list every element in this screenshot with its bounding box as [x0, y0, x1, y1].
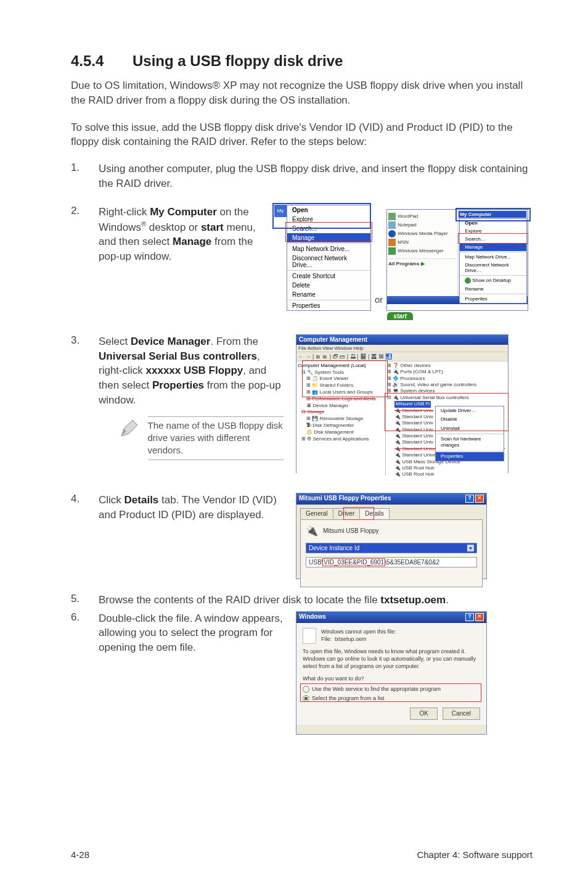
cm-menu[interactable]: File Action View Window Help — [296, 345, 508, 352]
sp-props[interactable]: Properties — [460, 295, 526, 303]
device-name: Mitsumi USB Floppy — [323, 527, 379, 534]
ctx-open[interactable]: Open — [287, 205, 370, 215]
step5-text: Browse the contents of the RAID driver d… — [99, 593, 533, 608]
cm-tree-left[interactable]: Computer Management (Local) ⊟ 🔧 System T… — [296, 361, 386, 476]
heading-title: Using a USB floppy disk drive — [133, 52, 343, 69]
pencil-icon — [117, 416, 141, 441]
cm-toolbar[interactable]: ← → | 🗈 🗈 | 🗗 🗃 | 🗳 | 📓 | 🕿 🗷 🛃 — [296, 352, 508, 361]
vid-pid-highlight: VID_03EE&PID_6901 — [323, 559, 385, 566]
step5-number: 5. — [71, 593, 99, 608]
step-1: 1. Using another computer, plug the USB … — [71, 162, 533, 191]
cm-selected-item: Mitsumi USB Fl — [394, 401, 431, 407]
note-text: The name of the USB floppy disk drive va… — [148, 416, 284, 460]
ctx-properties[interactable]: Properties — [287, 301, 370, 310]
note-box: The name of the USB floppy disk drive va… — [117, 416, 284, 460]
wmp-icon — [388, 230, 396, 237]
intro-para-1: Due to OS limitation, Windows® XP may no… — [71, 78, 533, 108]
sp-mycomputer[interactable]: My Computer — [459, 211, 526, 218]
help-icon[interactable]: ? — [465, 613, 474, 621]
winopen-title: Windows — [299, 613, 326, 621]
step-3: 3. Select Device Manager. From the Unive… — [71, 334, 533, 473]
page-footer: 4-28 Chapter 4: Software support — [71, 849, 533, 860]
help-icon — [465, 278, 471, 284]
usb-device-icon: 🔌 — [306, 525, 318, 537]
props-title: Mitsumi USB Floppy Properties — [299, 495, 391, 503]
wm-icon — [388, 247, 396, 255]
ctx-rename[interactable]: Rename — [287, 290, 370, 299]
sp-msn[interactable]: MSN — [398, 239, 409, 245]
wo-opt2[interactable]: Select the program from a list — [312, 695, 385, 701]
play-icon: ▶ — [421, 261, 425, 266]
chevron-down-icon: ▾ — [467, 545, 474, 551]
ctx-search[interactable]: Search... — [287, 224, 370, 233]
sp-wordpad[interactable]: WordPad — [398, 213, 418, 219]
close-icon[interactable]: × — [475, 613, 484, 621]
sp-wm[interactable]: Windows Messenger — [398, 248, 443, 254]
tab-driver[interactable]: Driver — [333, 508, 361, 519]
sp-allprograms[interactable]: All Programs — [388, 261, 419, 266]
sp-explore[interactable]: Explore — [460, 227, 526, 235]
step-6: 6. Double-click the file. A window appea… — [71, 611, 533, 735]
step3-number: 3. — [71, 334, 99, 473]
wo-opt1[interactable]: Use the Web service to find the appropri… — [312, 686, 441, 692]
radio-icon-checked[interactable] — [303, 695, 309, 702]
wo-cannot: Windows cannot open this file: — [321, 628, 396, 635]
ctx-manage[interactable]: Manage — [287, 233, 370, 242]
start-button[interactable]: start — [387, 312, 413, 320]
step1-number: 1. — [71, 162, 99, 191]
ok-button[interactable]: OK — [410, 708, 437, 720]
sp-map[interactable]: Map Network Drive... — [460, 253, 526, 261]
step6-number: 6. — [71, 611, 99, 735]
step-2: 2. Right-click My Computer on the Window… — [71, 205, 533, 311]
properties-dialog: Mitsumi USB Floppy Properties?× General … — [296, 493, 487, 579]
sp-rename[interactable]: Rename — [460, 285, 526, 293]
ctx-delete[interactable]: Delete — [287, 281, 370, 290]
cancel-button[interactable]: Cancel — [443, 708, 480, 720]
device-instance-id: USB\VID_03EE&PID_6901\5&35EDA8E7&0&2 — [306, 557, 477, 567]
sp-show[interactable]: Show on Desktop — [472, 278, 511, 283]
step-4: 4. Click Details tab. The Vendor ID (VID… — [71, 493, 533, 579]
footer-right: Chapter 4: Software support — [417, 849, 533, 860]
ctx-disconnect[interactable]: Disconnect Network Drive... — [287, 254, 370, 270]
step2-number: 2. — [71, 205, 99, 311]
sp-open[interactable]: Open — [460, 219, 526, 227]
notepad-icon — [388, 221, 396, 229]
radio-icon[interactable] — [303, 686, 309, 693]
tab-details[interactable]: Details — [359, 508, 390, 519]
cm-tree-right[interactable]: ⊞ ❓ Other devices ⊞ 🔌 Ports (COM & LPT) … — [386, 361, 508, 476]
context-menu-mycomputer[interactable]: Open Explore Search... Manage Map Networ… — [287, 205, 371, 311]
windows-open-dialog: Windows?× Windows cannot open this file:… — [296, 611, 487, 735]
ctx-shortcut[interactable]: Create Shortcut — [287, 271, 370, 281]
tab-general[interactable]: General — [300, 508, 333, 519]
file-icon — [303, 628, 316, 644]
mycomputer-icon: My — [274, 205, 287, 217]
start-menu-screenshot: WordPad Notepad Windows Media Player MSN… — [386, 209, 528, 311]
step1-text: Using another computer, plug the USB flo… — [99, 162, 533, 191]
close-icon[interactable]: × — [475, 495, 484, 503]
intro-para-2: To solve this issue, add the USB floppy … — [71, 120, 533, 150]
step4-text: Click Details tab. The Vendor ID (VID) a… — [99, 493, 284, 522]
step2-text: Right-click My Computer on the Windows® … — [99, 205, 262, 264]
computer-management-screenshot: Computer Management File Action View Win… — [296, 334, 508, 473]
wo-msg: To open this file, Windows needs to know… — [303, 648, 480, 670]
cm-context-popup[interactable]: Update Driver... Disable Uninstall Scan … — [435, 406, 504, 461]
wo-fname: txtsetup.oem — [335, 636, 367, 642]
step4-number: 4. — [71, 493, 99, 579]
heading-number: 4.5.4 — [71, 52, 133, 70]
cm-title: Computer Management — [299, 336, 367, 343]
sp-disc[interactable]: Disconnect Network Drive… — [460, 261, 526, 274]
wo-question: What do you want to do? — [303, 675, 480, 682]
sp-manage[interactable]: Manage — [460, 243, 526, 251]
wordpad-icon — [388, 213, 396, 220]
sp-search[interactable]: Search... — [460, 235, 526, 243]
step6-text: Double-click the file. A window appears,… — [99, 611, 284, 655]
sp-wmp[interactable]: Windows Media Player — [398, 231, 447, 236]
details-combo[interactable]: Device Instance Id▾ — [306, 543, 477, 553]
section-heading: 4.5.4Using a USB floppy disk drive — [71, 52, 533, 70]
help-icon[interactable]: ? — [465, 495, 474, 503]
cm-popup-properties[interactable]: Properties — [436, 452, 504, 461]
step-5: 5. Browse the contents of the RAID drive… — [71, 593, 533, 608]
ctx-map[interactable]: Map Network Drive... — [287, 244, 370, 254]
ctx-explore[interactable]: Explore — [287, 215, 370, 224]
sp-notepad[interactable]: Notepad — [398, 222, 416, 228]
